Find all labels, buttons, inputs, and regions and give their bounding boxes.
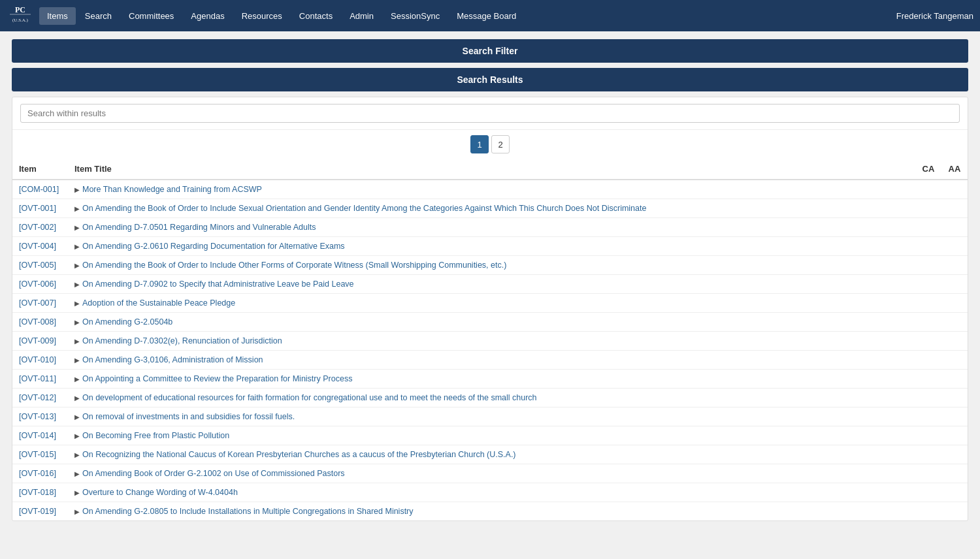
item-ca bbox=[915, 313, 941, 332]
item-title-link[interactable]: ▶On Recognizing the National Caucus of K… bbox=[74, 450, 516, 459]
item-ca bbox=[915, 483, 941, 502]
arrow-icon: ▶ bbox=[74, 394, 80, 402]
item-ca bbox=[915, 351, 941, 370]
item-title-link[interactable]: ▶On Amending Book of Order G-2.1002 on U… bbox=[74, 469, 345, 478]
arrow-icon: ▶ bbox=[74, 186, 80, 193]
item-aa bbox=[941, 502, 968, 521]
item-title-cell: ▶On Amending G-3,0106, Administration of… bbox=[68, 351, 915, 370]
item-aa bbox=[941, 407, 968, 426]
table-row: [OVT-005]▶On Amending the Book of Order … bbox=[12, 256, 968, 275]
table-header-row: Item Item Title CA AA bbox=[12, 159, 968, 180]
item-aa bbox=[941, 445, 968, 464]
arrow-icon: ▶ bbox=[74, 262, 80, 269]
item-ca bbox=[915, 426, 941, 445]
table-row: [OVT-004]▶On Amending G-2.0610 Regarding… bbox=[12, 237, 968, 256]
item-ca bbox=[915, 237, 941, 256]
item-title-link[interactable]: ▶More Than Knowledge and Training from A… bbox=[74, 185, 262, 194]
search-within-input[interactable] bbox=[20, 104, 960, 123]
item-title-link[interactable]: ▶On Amending G-2.0610 Regarding Document… bbox=[74, 242, 345, 251]
item-aa bbox=[941, 332, 968, 351]
navbar: PC (U.S.A.) Items Search Committees Agen… bbox=[0, 0, 980, 31]
table-row: [OVT-002]▶On Amending D-7.0501 Regarding… bbox=[12, 218, 968, 237]
table-row: [OVT-008]▶On Amending G-2.0504b bbox=[12, 313, 968, 332]
table-row: [OVT-014]▶On Becoming Free from Plastic … bbox=[12, 426, 968, 445]
arrow-icon: ▶ bbox=[74, 357, 80, 364]
page-1-button[interactable]: 1 bbox=[470, 135, 489, 153]
item-title-link[interactable]: ▶On Appointing a Committee to Review the… bbox=[74, 374, 352, 383]
nav-admin-item[interactable]: Admin bbox=[342, 7, 382, 25]
item-aa bbox=[941, 199, 968, 218]
item-code: [OVT-006] bbox=[12, 275, 68, 294]
item-title-link[interactable]: ▶On Amending the Book of Order to Includ… bbox=[74, 261, 506, 270]
item-title-link[interactable]: ▶On development of educational resources… bbox=[74, 393, 537, 402]
item-ca bbox=[915, 464, 941, 483]
nav-agendas-item[interactable]: Agendas bbox=[183, 7, 232, 25]
item-aa bbox=[941, 389, 968, 407]
nav-messageboard-item[interactable]: Message Board bbox=[449, 7, 524, 25]
item-title-cell: ▶On Amending G-2.0504b bbox=[68, 313, 915, 332]
item-code: [OVT-012] bbox=[12, 389, 68, 407]
item-ca bbox=[915, 275, 941, 294]
item-title-cell: ▶Adoption of the Sustainable Peace Pledg… bbox=[68, 294, 915, 313]
item-title-link[interactable]: ▶On Amending D-7.0302(e), Renunciation o… bbox=[74, 336, 282, 345]
table-row: [OVT-009]▶On Amending D-7.0302(e), Renun… bbox=[12, 332, 968, 351]
col-title-header: Item Title bbox=[68, 159, 915, 180]
item-title-link[interactable]: ▶On Amending G-3,0106, Administration of… bbox=[74, 355, 263, 364]
item-aa bbox=[941, 218, 968, 237]
nav-committees-item[interactable]: Committees bbox=[121, 7, 182, 25]
item-code: [OVT-009] bbox=[12, 332, 68, 351]
item-ca bbox=[915, 218, 941, 237]
nav-items-item[interactable]: Items bbox=[39, 7, 76, 25]
item-title-link[interactable]: ▶Adoption of the Sustainable Peace Pledg… bbox=[74, 298, 235, 308]
arrow-icon: ▶ bbox=[74, 432, 80, 439]
item-title-cell: ▶On Amending the Book of Order to Includ… bbox=[68, 256, 915, 275]
nav-contacts-item[interactable]: Contacts bbox=[291, 7, 340, 25]
col-aa-header: AA bbox=[941, 159, 968, 180]
item-code: [OVT-015] bbox=[12, 445, 68, 464]
item-title-link[interactable]: ▶On Amending G-2.0805 to Include Install… bbox=[74, 507, 414, 516]
item-code: [OVT-002] bbox=[12, 218, 68, 237]
nav-search-item[interactable]: Search bbox=[77, 7, 120, 25]
nav-resources-item[interactable]: Resources bbox=[234, 7, 290, 25]
arrow-icon: ▶ bbox=[74, 319, 80, 326]
item-title-link[interactable]: ▶On Amending G-2.0504b bbox=[74, 317, 172, 327]
table-row: [OVT-012]▶On development of educational … bbox=[12, 389, 968, 407]
item-aa bbox=[941, 313, 968, 332]
search-within-wrap bbox=[12, 97, 968, 130]
svg-text:PC: PC bbox=[15, 5, 25, 14]
table-row: [OVT-011]▶On Appointing a Committee to R… bbox=[12, 370, 968, 389]
item-code: [OVT-001] bbox=[12, 199, 68, 218]
col-ca-header: CA bbox=[915, 159, 941, 180]
table-row: [OVT-007]▶Adoption of the Sustainable Pe… bbox=[12, 294, 968, 313]
item-aa bbox=[941, 351, 968, 370]
item-title-link[interactable]: ▶On Becoming Free from Plastic Pollution bbox=[74, 431, 229, 440]
item-ca bbox=[915, 502, 941, 521]
arrow-icon: ▶ bbox=[74, 508, 80, 515]
pagination: 1 2 bbox=[12, 130, 968, 159]
arrow-icon: ▶ bbox=[74, 489, 80, 496]
nav-items: Items Search Committees Agendas Resource… bbox=[39, 7, 896, 25]
item-ca bbox=[915, 407, 941, 426]
item-title-cell: ▶On Amending G-2.0610 Regarding Document… bbox=[68, 237, 915, 256]
item-code: [OVT-007] bbox=[12, 294, 68, 313]
nav-sessionsync-item[interactable]: SessionSync bbox=[383, 7, 448, 25]
item-ca bbox=[915, 256, 941, 275]
item-title-link[interactable]: ▶On Amending D-7.0501 Regarding Minors a… bbox=[74, 223, 316, 232]
item-title-link[interactable]: ▶On removal of investments in and subsid… bbox=[74, 412, 295, 421]
user-name: Frederick Tangeman bbox=[896, 11, 973, 21]
item-code: [OVT-014] bbox=[12, 426, 68, 445]
item-title-cell: ▶On removal of investments in and subsid… bbox=[68, 407, 915, 426]
item-title-link[interactable]: ▶Overture to Change Wording of W-4.0404h bbox=[74, 488, 238, 497]
item-ca bbox=[915, 180, 941, 199]
arrow-icon: ▶ bbox=[74, 243, 80, 250]
table-row: [COM-001]▶More Than Knowledge and Traini… bbox=[12, 180, 968, 199]
item-title-cell: ▶On Amending D-7.0501 Regarding Minors a… bbox=[68, 218, 915, 237]
arrow-icon: ▶ bbox=[74, 281, 80, 288]
item-code: [OVT-011] bbox=[12, 370, 68, 389]
item-title-link[interactable]: ▶On Amending D-7.0902 to Specify that Ad… bbox=[74, 280, 354, 289]
item-aa bbox=[941, 483, 968, 502]
item-code: [COM-001] bbox=[12, 180, 68, 199]
page-2-button[interactable]: 2 bbox=[491, 135, 510, 153]
logo: PC (U.S.A.) bbox=[7, 2, 34, 29]
item-title-link[interactable]: ▶On Amending the Book of Order to Includ… bbox=[74, 204, 646, 213]
